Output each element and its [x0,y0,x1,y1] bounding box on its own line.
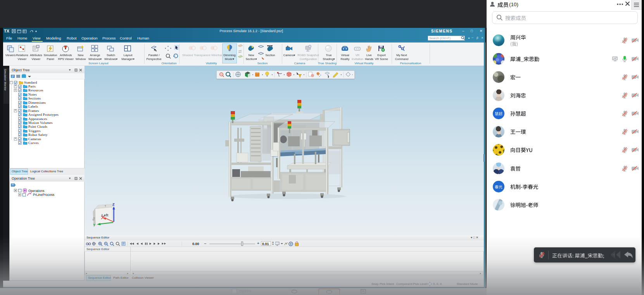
svg-text:Z: Z [112,202,115,206]
svg-text:Y: Y [93,223,95,227]
svg-text:Left: Left [102,213,109,217]
